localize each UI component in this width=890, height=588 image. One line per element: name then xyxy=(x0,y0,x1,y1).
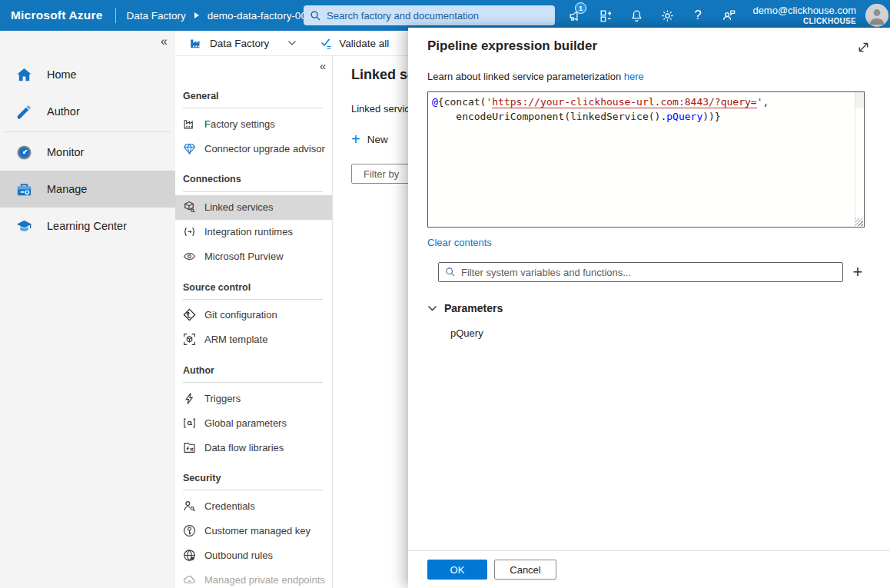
code-line-2: encodeUriComponent(linkedService().pQuer… xyxy=(432,109,850,124)
sidebar-item-data-flow-libraries[interactable]: Data flow libraries xyxy=(175,435,332,460)
sidebar-item-credentials[interactable]: Credentials xyxy=(175,493,332,518)
chevron-down-icon[interactable] xyxy=(287,40,297,46)
sidebar-item-label: Git configuration xyxy=(204,309,277,321)
section-title-connections: Connections xyxy=(175,161,332,185)
sidebar-item-label: Connector upgrade advisor xyxy=(204,143,325,154)
code-url[interactable]: https://your-clickhouse-url.com:8443/?qu… xyxy=(492,96,756,108)
nav-label: Author xyxy=(47,105,80,118)
sidebar-item-git-configuration[interactable]: Git configuration xyxy=(175,303,332,327)
parameters-section-toggle[interactable]: Parameters xyxy=(427,302,872,314)
expand-panel-button[interactable] xyxy=(857,41,870,54)
factory-selector[interactable]: Data Factory xyxy=(189,36,269,50)
panel-footer: OK Cancel xyxy=(408,550,890,588)
plus-icon: + xyxy=(351,131,360,147)
breadcrumb-app[interactable]: Data Factory xyxy=(127,10,186,22)
sidebar-item-arm-template[interactable]: ARM template xyxy=(175,327,332,352)
sidebar-item-customer-managed-key[interactable]: Customer managed key xyxy=(175,518,332,543)
learn-link[interactable]: here xyxy=(624,71,644,82)
switch-workspace-button[interactable] xyxy=(590,0,621,31)
help-icon: ? xyxy=(694,8,701,23)
integration-runtimes-icon xyxy=(183,225,196,238)
function-filter-input[interactable] xyxy=(438,262,843,282)
panel-title: Pipeline expression builder xyxy=(427,38,597,54)
cancel-button[interactable]: Cancel xyxy=(494,560,556,580)
avatar[interactable] xyxy=(865,4,888,27)
sidebar-item-global-parameters[interactable]: Global parameters xyxy=(175,410,332,435)
nav-label: Home xyxy=(47,68,77,81)
nav-item-learning-center[interactable]: Learning Center xyxy=(0,208,175,244)
sidebar-item-label: Customer managed key xyxy=(204,525,311,537)
sidebar-item-managed-private-endpoints[interactable]: Managed private endpoints xyxy=(175,567,332,588)
nav-item-author[interactable]: Author xyxy=(0,93,175,130)
pipeline-expression-builder-panel: Pipeline expression builder Learn about … xyxy=(408,28,890,588)
sidebar-item-connector-upgrade-advisor[interactable]: Connector upgrade advisor xyxy=(175,136,332,161)
feedback-button[interactable] xyxy=(713,0,744,31)
validate-all-button[interactable]: Validate all xyxy=(320,37,389,50)
sidebar-item-triggers[interactable]: Triggers xyxy=(175,386,332,410)
section-title-general: General xyxy=(175,78,332,102)
lightning-icon xyxy=(183,392,196,405)
top-bar: Microsoft Azure Data Factory demo-data-f… xyxy=(0,0,890,31)
sidebar-item-microsoft-purview[interactable]: Microsoft Purview xyxy=(175,244,332,269)
breadcrumb-factory[interactable]: demo-data-factory-00 xyxy=(208,10,307,22)
section-divider xyxy=(183,490,323,490)
diamond-icon xyxy=(183,142,196,155)
notification-badge: 1 xyxy=(575,2,586,14)
help-button[interactable]: ? xyxy=(682,0,713,31)
sidebar-item-label: ARM template xyxy=(204,334,267,345)
sidebar-item-factory-settings[interactable]: Factory settings xyxy=(175,111,332,136)
linked-services-icon xyxy=(183,201,196,214)
sidebar-item-label: Triggers xyxy=(204,393,241,404)
editor-scrollbar[interactable] xyxy=(855,92,864,227)
section-title-security: Security xyxy=(175,460,332,484)
nav-item-monitor[interactable]: Monitor xyxy=(0,134,175,171)
function-filter-field[interactable] xyxy=(461,267,836,278)
settings-button[interactable] xyxy=(652,0,682,31)
search-icon xyxy=(445,267,456,277)
funnel-icon xyxy=(357,168,358,179)
nav-item-home[interactable]: Home xyxy=(0,56,175,93)
ok-button[interactable]: OK xyxy=(427,560,487,580)
new-button-label: New xyxy=(367,134,388,145)
nav-label: Manage xyxy=(47,183,87,195)
home-icon xyxy=(15,66,33,84)
global-search-input[interactable] xyxy=(327,10,549,22)
factory-icon xyxy=(189,36,203,50)
azure-logo[interactable]: Microsoft Azure xyxy=(0,8,115,22)
factory-selector-label: Data Factory xyxy=(210,38,269,49)
parameter-pquery[interactable]: pQuery xyxy=(427,327,872,339)
code-line-1: @{concat('https://your-clickhouse-url.co… xyxy=(432,95,850,109)
sidebar-item-label: Outbound rules xyxy=(204,550,273,561)
collapse-left-rail-button[interactable]: « xyxy=(161,35,168,48)
section-divider xyxy=(183,191,323,192)
cloud-icon xyxy=(183,573,196,586)
learn-text: Learn about linked service parameterizat… xyxy=(427,71,872,82)
account-org: CLICKHOUSE xyxy=(803,17,856,27)
account-email: demo@clickhouse.com xyxy=(752,5,856,17)
sidebar-item-outbound-rules[interactable]: Outbound rules xyxy=(175,543,332,567)
global-search[interactable] xyxy=(304,5,555,25)
pencil-icon xyxy=(15,103,33,121)
topbar-icon-group: 1 ? xyxy=(560,0,744,31)
sidebar-item-integration-runtimes[interactable]: Integration runtimes xyxy=(175,220,332,244)
account-info[interactable]: demo@clickhouse.com CLICKHOUSE xyxy=(752,0,856,31)
key-icon xyxy=(183,524,196,537)
gauge-icon xyxy=(15,144,33,161)
announcements-button[interactable]: 1 xyxy=(560,0,590,31)
sidebar-item-label: Global parameters xyxy=(204,417,287,429)
parameters-section-title: Parameters xyxy=(444,302,503,314)
sidebar-item-label: Factory settings xyxy=(204,118,275,130)
sidebar-item-linked-services[interactable]: Linked services xyxy=(175,195,332,220)
collapse-sidebar-button[interactable]: « xyxy=(320,59,326,72)
notifications-button[interactable] xyxy=(621,0,652,31)
add-expression-button[interactable]: + xyxy=(847,262,868,282)
expression-editor[interactable]: @{concat('https://your-clickhouse-url.co… xyxy=(427,91,865,228)
clear-contents-link[interactable]: Clear contents xyxy=(427,237,492,248)
nav-item-manage[interactable]: Manage xyxy=(0,171,175,208)
sidebar-item-label: Data flow libraries xyxy=(204,442,284,453)
editor-resize-handle[interactable] xyxy=(855,218,863,226)
eye-icon xyxy=(183,250,196,263)
sidebar-item-label: Integration runtimes xyxy=(204,226,293,238)
section-title-author: Author xyxy=(175,352,332,377)
validate-all-label: Validate all xyxy=(339,38,389,49)
